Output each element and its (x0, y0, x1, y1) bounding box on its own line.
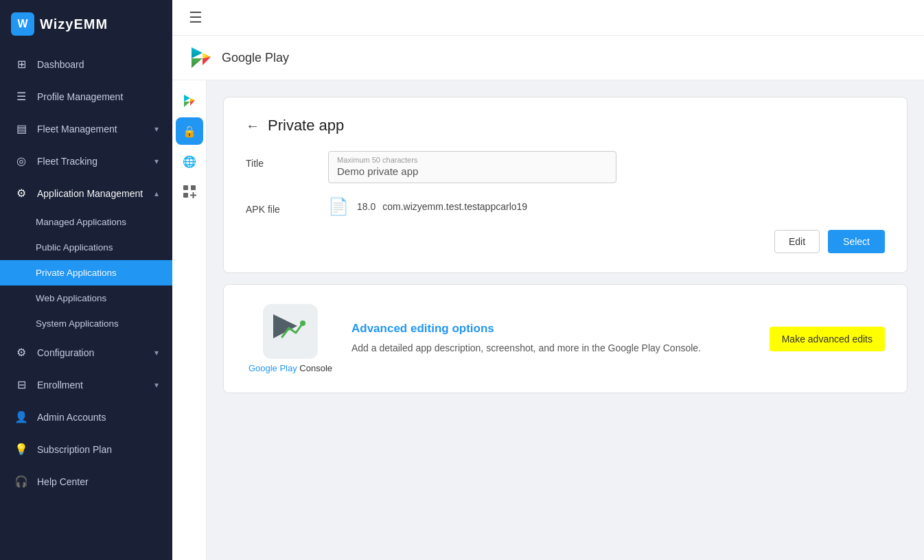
sidebar-logo: W WizyEMM (0, 0, 172, 48)
sidebar-item-profile-management[interactable]: ☰ Profile Management (0, 80, 172, 113)
svg-marker-5 (184, 102, 190, 107)
fleet-track-icon: ◎ (14, 154, 29, 167)
edit-button[interactable]: Edit (774, 230, 820, 253)
sub-item-label: Private Applications (36, 268, 117, 278)
admin-icon: 👤 (14, 410, 29, 423)
apk-form-row: APK file 📄 18.0 com.wizyemm.test.testapp… (246, 197, 885, 216)
content-area: ← Private app Title Maximum 50 character… (207, 80, 924, 560)
sidebar-item-label: Profile Management (37, 91, 159, 102)
title-form-row: Title Maximum 50 characters Demo private… (246, 151, 885, 183)
logo-icon: W (11, 12, 34, 36)
sidebar-item-label: Fleet Tracking (37, 156, 154, 167)
sidebar-item-fleet-management[interactable]: ▤ Fleet Management ▾ (0, 113, 172, 145)
google-play-title: Google Play (222, 51, 289, 65)
lock-icon: 🔒 (183, 125, 196, 138)
sidebar-item-label: Help Center (37, 476, 159, 487)
title-field: Maximum 50 characters Demo private app (328, 151, 885, 183)
google-play-logo-icon (189, 45, 213, 70)
sidebar-item-managed-applications[interactable]: Managed Applications (0, 209, 172, 235)
sidebar-item-application-management[interactable]: ⚙ Application Management ▴ (0, 177, 172, 209)
sidebar-item-label: Enrollment (37, 380, 154, 390)
grid-add-sidebar-button[interactable] (176, 178, 203, 205)
advanced-editing-description: Add a detailed app description, screensh… (351, 341, 753, 355)
globe-sidebar-button[interactable]: 🌐 (176, 148, 203, 175)
app-mgmt-icon: ⚙ (14, 187, 29, 200)
sub-item-label: Web Applications (36, 293, 106, 303)
card-title: Private app (268, 117, 344, 135)
sidebar-item-help-center[interactable]: 🎧 Help Center (0, 465, 172, 498)
topbar: ☰ (172, 0, 924, 36)
subscription-icon: 💡 (14, 443, 29, 456)
back-button[interactable]: ← (246, 118, 259, 134)
google-play-header: Google Play (172, 36, 924, 80)
card-actions: Edit Select (246, 230, 885, 253)
advanced-card-text: Advanced editing options Add a detailed … (351, 322, 753, 355)
svg-rect-10 (183, 193, 188, 198)
svg-marker-3 (203, 57, 211, 65)
advanced-editing-title: Advanced editing options (351, 322, 753, 336)
advanced-card-content: Google Play Console Advanced editing opt… (246, 304, 885, 373)
select-button[interactable]: Select (828, 230, 885, 253)
apk-version: 18.0 (357, 201, 376, 212)
svg-point-15 (300, 320, 305, 326)
title-input-hint: Maximum 50 characters (337, 153, 608, 164)
sidebar-item-configuration[interactable]: ⚙ Configuration ▾ (0, 336, 172, 369)
enrollment-icon: ⊟ (14, 378, 29, 391)
app-name: WizyEMM (40, 16, 108, 32)
sidebar-item-system-applications[interactable]: System Applications (0, 311, 172, 336)
apk-field: 📄 18.0 com.wizyemm.test.testappcarlo19 (328, 197, 885, 216)
globe-icon: 🌐 (183, 155, 196, 168)
apk-file-icon: 📄 (328, 197, 349, 216)
play-store-sidebar-button[interactable] (176, 87, 203, 115)
sidebar-item-subscription-plan[interactable]: 💡 Subscription Plan (0, 433, 172, 465)
chevron-icon: ▾ (154, 380, 159, 390)
sidebar-item-label: Fleet Management (37, 124, 154, 135)
apk-label: APK file (246, 197, 328, 215)
sidebar-item-dashboard[interactable]: ⊞ Dashboard (0, 48, 172, 80)
config-icon: ⚙ (14, 346, 29, 359)
lock-sidebar-button[interactable]: 🔒 (176, 117, 203, 145)
fleet-mgmt-icon: ▤ (14, 122, 29, 135)
sub-item-label: Public Applications (36, 242, 113, 253)
sub-item-label: System Applications (36, 318, 119, 329)
sidebar-item-label: Configuration (37, 347, 154, 358)
svg-rect-8 (183, 185, 188, 190)
dashboard-icon: ⊞ (14, 58, 29, 71)
sidebar-item-public-applications[interactable]: Public Applications (0, 235, 172, 260)
sub-item-label: Managed Applications (36, 217, 126, 227)
profile-icon: ☰ (14, 90, 29, 103)
apk-info-row: 📄 18.0 com.wizyemm.test.testappcarlo19 (328, 197, 885, 216)
card-title-row: ← Private app (246, 117, 885, 135)
sidebar-item-label: Admin Accounts (37, 412, 159, 423)
svg-rect-9 (191, 185, 196, 190)
make-advanced-edits-button[interactable]: Make advanced edits (770, 327, 885, 351)
menu-toggle-button[interactable]: ☰ (189, 9, 203, 27)
private-app-card: ← Private app Title Maximum 50 character… (223, 97, 908, 273)
chevron-up-icon: ▴ (154, 189, 159, 198)
google-play-console-logo-icon (263, 304, 318, 359)
chevron-icon: ▾ (154, 156, 159, 166)
sidebar-item-enrollment[interactable]: ⊟ Enrollment ▾ (0, 369, 172, 401)
icon-sidebar: 🔒 🌐 (172, 80, 207, 560)
chevron-icon: ▾ (154, 124, 159, 134)
svg-marker-1 (192, 58, 203, 68)
sidebar: W WizyEMM ⊞ Dashboard ☰ Profile Manageme… (0, 0, 172, 560)
svg-marker-0 (192, 47, 203, 58)
help-icon: 🎧 (14, 475, 29, 488)
sidebar-item-private-applications[interactable]: Private Applications (0, 260, 172, 285)
sidebar-item-label: Subscription Plan (37, 444, 159, 455)
title-input-value: Demo private app (337, 165, 608, 177)
svg-marker-4 (184, 95, 190, 102)
svg-rect-13 (263, 304, 318, 359)
google-play-console-label: Google Play Console (249, 363, 332, 373)
title-input-group: Maximum 50 characters Demo private app (328, 151, 616, 183)
apk-package: com.wizyemm.test.testappcarlo19 (382, 201, 527, 212)
sidebar-item-label: Application Management (37, 188, 154, 199)
advanced-editing-card: Google Play Console Advanced editing opt… (223, 284, 908, 393)
sidebar-item-label: Dashboard (37, 59, 159, 70)
google-play-console-logo-area: Google Play Console (246, 304, 335, 373)
sidebar-item-fleet-tracking[interactable]: ◎ Fleet Tracking ▾ (0, 145, 172, 177)
title-label: Title (246, 151, 328, 169)
sidebar-item-web-applications[interactable]: Web Applications (0, 285, 172, 311)
sidebar-item-admin-accounts[interactable]: 👤 Admin Accounts (0, 401, 172, 433)
